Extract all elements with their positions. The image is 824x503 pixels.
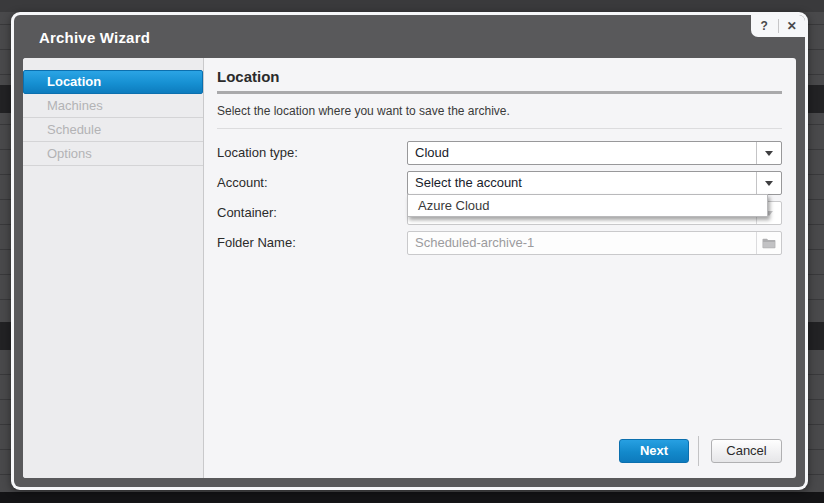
page-title: Location (217, 68, 782, 85)
archive-wizard-dialog: ? ✕ Archive Wizard Location Machines Sch… (11, 12, 808, 490)
folder-icon (762, 238, 776, 249)
account-row: Account: Select the account (217, 171, 782, 195)
button-divider (698, 436, 699, 466)
window-controls: ? ✕ (751, 15, 805, 37)
folder-name-value: Scheduled-archive-1 (415, 235, 534, 250)
sidebar-item-schedule[interactable]: Schedule (23, 118, 203, 142)
account-select[interactable]: Select the account (407, 171, 782, 195)
sidebar-item-machines[interactable]: Machines (23, 94, 203, 118)
container-label: Container: (217, 201, 407, 225)
account-value: Select the account (415, 175, 522, 190)
location-type-select[interactable]: Cloud (407, 141, 782, 165)
folder-name-row: Folder Name: Scheduled-archive-1 (217, 231, 782, 255)
dialog-frame: Archive Wizard Location Machines Schedul… (14, 15, 805, 487)
wizard-steps-sidebar: Location Machines Schedule Options (23, 58, 204, 478)
help-button[interactable]: ? (751, 16, 778, 36)
next-button[interactable]: Next (619, 439, 689, 463)
location-type-value: Cloud (415, 145, 449, 160)
account-dropdown-list: Azure Cloud (407, 194, 768, 217)
location-type-row: Location type: Cloud (217, 141, 782, 165)
close-button[interactable]: ✕ (779, 16, 806, 36)
folder-name-label: Folder Name: (217, 231, 407, 255)
desktop-background: ? ✕ Archive Wizard Location Machines Sch… (0, 0, 824, 503)
background-band (0, 0, 824, 12)
window-title: Archive Wizard (39, 29, 150, 46)
account-dropdown-option[interactable]: Azure Cloud (408, 195, 767, 216)
background-band (0, 492, 824, 503)
section-divider (217, 128, 782, 129)
chevron-down-icon (765, 151, 773, 156)
folder-name-input: Scheduled-archive-1 (407, 231, 782, 255)
sidebar-item-location[interactable]: Location (23, 70, 203, 94)
account-label: Account: (217, 171, 407, 195)
page-description: Select the location where you want to sa… (217, 104, 782, 118)
sidebar-item-options[interactable]: Options (23, 142, 203, 166)
account-dropdown-button[interactable] (756, 172, 781, 194)
heading-divider (217, 91, 782, 94)
cancel-button[interactable]: Cancel (711, 439, 782, 463)
chevron-down-icon (765, 181, 773, 186)
browse-folder-button (756, 232, 781, 254)
location-type-label: Location type: (217, 141, 407, 165)
dialog-content: Location Machines Schedule Options Locat… (23, 58, 796, 478)
location-type-dropdown-button[interactable] (756, 142, 781, 164)
wizard-step-panel: Location Select the location where you w… (204, 58, 796, 478)
